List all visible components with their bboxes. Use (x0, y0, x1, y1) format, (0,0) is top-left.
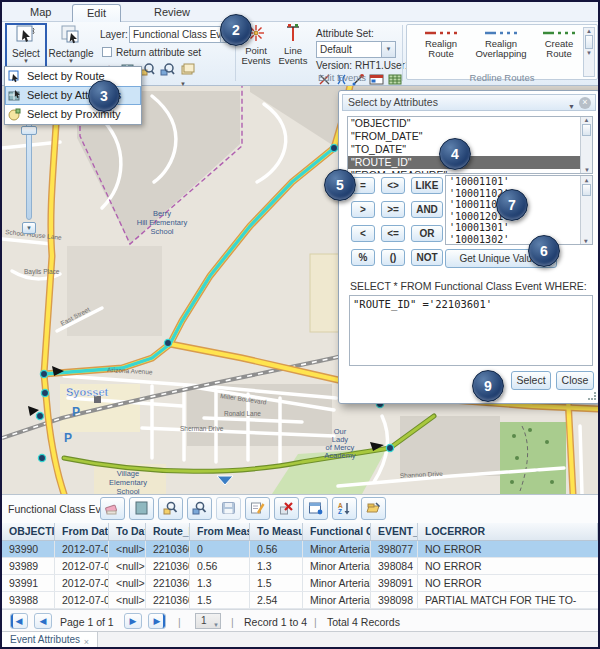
gallery-scroll-thumb[interactable] (585, 35, 593, 49)
first-page-button[interactable]: ◀ (10, 613, 28, 629)
zoom-slider-handle[interactable] (21, 126, 37, 135)
dialog-select-button[interactable]: Select (511, 371, 551, 390)
map-overview-toggle-icon[interactable] (217, 476, 233, 485)
gallery-scroll-down-icon[interactable]: ▼ (586, 50, 592, 56)
value-item[interactable]: '10001301' (446, 222, 592, 234)
op-parens-button[interactable]: () (381, 249, 405, 266)
pan-to-selection-button[interactable] (187, 497, 212, 520)
tab-map[interactable]: Map (16, 4, 65, 22)
scroll-thumb[interactable] (582, 184, 591, 196)
op-like-button[interactable]: LIKE (411, 177, 443, 194)
create-route-button[interactable]: CreateRoute (531, 29, 587, 59)
value-item[interactable]: '10001302' (446, 234, 592, 246)
gallery-scrollbar[interactable]: ▲ ▼ (583, 27, 595, 77)
line-events-label: LineEvents (276, 46, 310, 66)
attribute-set-arrow-icon[interactable]: ▼ (381, 42, 395, 57)
field-list-scrollbar[interactable]: ▲ ▼ (580, 117, 592, 173)
realign-overlapping-button[interactable]: RealignOverlapping (473, 29, 529, 59)
op-not-equals-button[interactable]: <> (381, 177, 405, 194)
col-from-measure[interactable]: From Measure (190, 523, 250, 540)
col-to-date[interactable]: To Date (109, 523, 146, 540)
field-list[interactable]: "OBJECTID" "FROM_DATE" "TO_DATE" "ROUTE_… (347, 116, 593, 174)
dialog-title-bar[interactable]: Select by Attributes ▼ × (342, 94, 596, 111)
tab-close-icon[interactable]: × (84, 634, 89, 649)
scroll-up-icon[interactable]: ▲ (585, 176, 589, 183)
parking-icon: P (64, 431, 72, 445)
page-number-select[interactable]: 1 ▼ (195, 613, 221, 629)
clear-selection-button[interactable] (100, 497, 125, 520)
edit-attributes-button[interactable] (245, 497, 270, 520)
return-attribute-set-checkbox[interactable] (102, 47, 112, 57)
field-item[interactable]: "OBJECTID" (348, 117, 592, 130)
col-locerror[interactable]: LOCERROR (418, 523, 598, 540)
menu-item-select-by-proximity[interactable]: Select by Proximity (5, 105, 141, 124)
col-functional-class[interactable]: Functional Class (303, 523, 371, 540)
map-street-arizona: Arizona Avenue (107, 366, 153, 375)
menu-item-select-by-route[interactable]: Select by Route (5, 67, 141, 86)
attribute-set-value: Default (320, 44, 352, 55)
tab-edit[interactable]: Edit (72, 4, 121, 22)
op-or-button[interactable]: OR (411, 225, 443, 242)
event-attributes-tab[interactable]: Event Attributes × (2, 632, 98, 649)
svg-text:Z: Z (338, 508, 342, 515)
gallery-scroll-up-icon[interactable]: ▲ (586, 28, 592, 34)
op-and-button[interactable]: AND (411, 201, 443, 218)
show-selected-button[interactable] (129, 497, 154, 520)
op-less-equal-button[interactable]: <= (381, 225, 405, 242)
col-to-measure[interactable]: To Measure (250, 523, 303, 540)
col-objectid[interactable]: OBJECTID (2, 523, 55, 540)
sort-button[interactable]: AZ (332, 497, 357, 520)
op-less-button[interactable]: < (351, 225, 375, 242)
col-route-id[interactable]: Route_ID (146, 523, 190, 540)
table-row[interactable]: 939902012-07-05<null>2210360100.56Minor … (2, 541, 598, 558)
previous-page-button[interactable]: ◀ (34, 613, 52, 629)
scroll-up-icon[interactable]: ▲ (584, 117, 590, 123)
table-row[interactable]: 939912012-07-05<null>221036011.31.5Minor… (2, 575, 598, 592)
scroll-down-icon[interactable]: ▼ (584, 167, 590, 173)
query-textarea[interactable]: "ROUTE_ID" ='22103601' (349, 295, 593, 366)
dialog-close-button[interactable]: Close (556, 371, 594, 390)
save-edits-button[interactable] (216, 497, 241, 520)
field-item[interactable]: "FROM_DATE" (348, 130, 592, 143)
line-events-button[interactable]: LineEvents (276, 23, 310, 73)
last-page-button[interactable]: ▶ (148, 613, 166, 629)
dialog-close-icon[interactable]: × (579, 97, 591, 109)
op-percent-button[interactable]: % (351, 249, 375, 266)
table-row[interactable]: 939892012-07-05<null>221036010.561.3Mino… (2, 558, 598, 575)
total-records-text: Total 4 Records (327, 616, 400, 628)
scroll-down-icon[interactable]: ▼ (584, 237, 588, 244)
scroll-thumb[interactable] (582, 124, 591, 136)
export-button[interactable] (361, 497, 386, 520)
realign-route-button[interactable]: RealignRoute (413, 29, 469, 59)
map-label-berry: Berry (153, 209, 171, 218)
next-page-button[interactable]: ▶ (124, 613, 142, 629)
table-row[interactable]: 939882012-07-05<null>221036011.52.54Mino… (2, 592, 598, 609)
tab-review[interactable]: Review (140, 4, 204, 22)
rectangle-dropdown-arrow-icon[interactable]: ▼ (48, 59, 94, 64)
record-range-text: Record 1 to 4 (244, 616, 307, 628)
attribute-window-button[interactable] (303, 497, 328, 520)
point-events-label: PointEvents (238, 46, 274, 66)
page-select-arrow-icon: ▼ (213, 618, 219, 632)
values-list-scrollbar[interactable]: ▲ ▼ (580, 176, 592, 244)
select-dropdown-arrow-icon[interactable]: ▼ (6, 59, 46, 64)
op-greater-button[interactable]: > (351, 201, 375, 218)
delete-event-button[interactable] (274, 497, 299, 520)
col-from-date[interactable]: From Date (55, 523, 109, 540)
selection-options-mini-icon[interactable]: ▼ (180, 62, 196, 78)
menu-item-select-by-attributes[interactable]: Select by Attributes (5, 86, 141, 105)
panel-tab-bar: Event Attributes × (2, 631, 598, 648)
map-zoom-slider[interactable]: ▼ (21, 110, 37, 235)
dialog-menu-arrow-icon[interactable]: ▼ (568, 99, 575, 114)
col-event-id[interactable]: EVENT_ID (371, 523, 418, 540)
rectangle-select-icon (60, 24, 82, 46)
zoom-out-button[interactable]: ▼ (22, 222, 36, 234)
op-greater-equal-button[interactable]: >= (381, 201, 405, 218)
attribute-set-combobox[interactable]: Default ▼ (316, 41, 396, 58)
op-not-button[interactable]: NOT (411, 249, 443, 266)
field-item[interactable]: "FROM_MEASURE" (348, 169, 592, 174)
dialog-resize-grip[interactable] (588, 392, 596, 400)
event-attributes-panel: Functional Class Event (2, 494, 598, 647)
zoom-to-selection-button[interactable] (158, 497, 183, 520)
value-item[interactable]: '10001101' (446, 176, 592, 188)
